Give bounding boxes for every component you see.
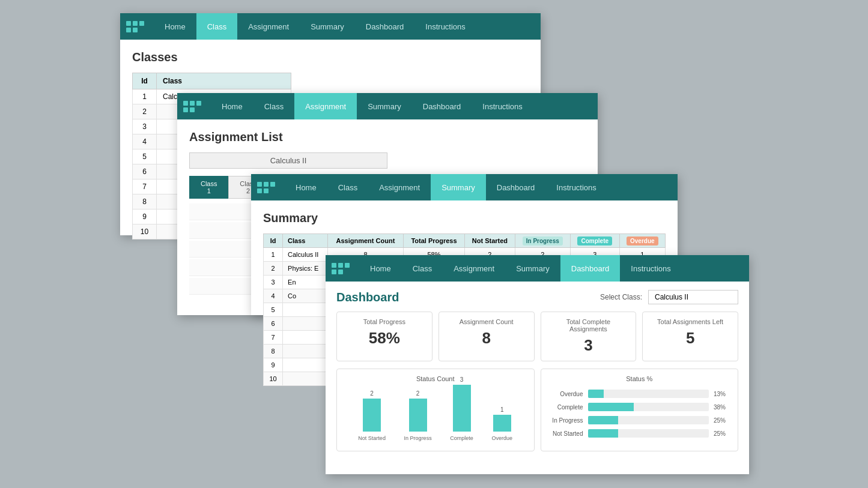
bar-lbl-ns: Not Started	[358, 435, 386, 441]
bar-complete: 3 Complete	[450, 376, 473, 441]
nav-home[interactable]: Home	[154, 13, 196, 40]
col-class: Class	[157, 73, 291, 89]
bar-c	[453, 385, 471, 432]
dashboard-content: Dashboard Select Class: Total Progress 5…	[326, 282, 749, 460]
logo-dot	[139, 21, 144, 26]
horiz-fill-complete	[588, 403, 634, 411]
navbar-summary: Home Class Assignment Summary Dashboard …	[251, 174, 678, 200]
horiz-pct-notstarted: 25%	[714, 430, 732, 437]
bar-lbl-c: Complete	[450, 435, 473, 441]
bar-lbl-od: Overdue	[492, 435, 513, 441]
logo-dot	[270, 182, 275, 187]
bar-ns	[363, 399, 381, 432]
horiz-row-complete: Complete 38%	[547, 403, 732, 411]
logo-dot	[264, 188, 269, 193]
logo-dot	[332, 270, 336, 274]
stat-card-progress: Total Progress 58%	[336, 312, 432, 361]
nav-instructions[interactable]: Instructions	[545, 174, 607, 200]
horiz-chart-title: Status %	[547, 375, 732, 382]
nav-home[interactable]: Home	[285, 174, 327, 200]
logo-dot	[196, 107, 201, 112]
nav-assignment[interactable]: Assignment	[237, 13, 300, 40]
nav-dashboard[interactable]: Dashboard	[412, 93, 472, 119]
logo-dot	[196, 101, 201, 106]
col-progress: Total Progress	[403, 234, 464, 248]
window-dashboard: Home Class Assignment Summary Dashboard …	[326, 255, 749, 474]
bar-od	[493, 415, 511, 432]
nav-home[interactable]: Home	[211, 93, 253, 119]
logo-dot	[338, 270, 343, 274]
select-class-row: Select Class:	[600, 290, 738, 304]
nav-dashboard[interactable]: Dashboard	[560, 255, 621, 282]
nav-summary[interactable]: Summary	[431, 174, 486, 200]
logo-assignment	[183, 101, 201, 112]
horiz-bar-wrap-complete	[588, 403, 709, 411]
nav-instructions[interactable]: Instructions	[414, 13, 476, 40]
logo-summary	[257, 182, 275, 193]
stat-value-count: 8	[445, 329, 528, 348]
nav-class[interactable]: Class	[327, 174, 369, 200]
tab-class1[interactable]: Class 1	[189, 176, 228, 199]
nav-assignment[interactable]: Assignment	[368, 174, 431, 200]
horiz-bar-wrap-notstarted	[588, 429, 709, 438]
horiz-bar-wrap-overdue	[588, 390, 709, 398]
nav-instructions[interactable]: Instructions	[620, 255, 681, 282]
stat-card-complete: Total Complete Assignments 3	[541, 312, 637, 361]
horiz-pct-inprogress: 25%	[714, 417, 732, 424]
nav-dashboard[interactable]: Dashboard	[355, 13, 415, 40]
horiz-pct-overdue: 13%	[714, 391, 732, 397]
logo-dot	[190, 101, 195, 106]
horiz-row-inprogress: In Progress 25%	[547, 416, 732, 424]
logo-dot	[139, 28, 144, 32]
nav-instructions[interactable]: Instructions	[472, 93, 533, 119]
charts-row: Status Count 2 Not Started 2 In Progress…	[336, 369, 738, 451]
logo-class	[126, 21, 144, 32]
navbar-assignment: Home Class Assignment Summary Dashboard …	[177, 93, 598, 119]
class-selector[interactable]: Calculus II	[189, 152, 387, 169]
nav-class[interactable]: Class	[253, 93, 295, 119]
col-id: Id	[264, 234, 283, 248]
logo-dot	[270, 188, 275, 193]
col-in-progress: In Progress	[515, 234, 570, 248]
nav-assignment[interactable]: Assignment	[294, 93, 357, 119]
logo-dot	[345, 270, 350, 274]
logo-dot	[133, 28, 138, 32]
horiz-bar-wrap-inprogress	[588, 416, 709, 424]
logo-dot	[332, 263, 336, 268]
bar-ip	[409, 399, 427, 432]
col-class: Class	[283, 234, 328, 248]
nav-summary[interactable]: Summary	[505, 255, 560, 282]
stat-value-left: 5	[649, 329, 732, 348]
nav-class[interactable]: Class	[402, 255, 443, 282]
stat-label-count: Assignment Count	[445, 318, 528, 325]
horiz-label-overdue: Overdue	[547, 391, 583, 397]
logo-dot	[257, 188, 262, 193]
logo-dot	[183, 107, 188, 112]
logo-dot	[126, 21, 131, 26]
logo-dot	[257, 182, 262, 187]
horiz-chart: Overdue 13% Complete 38% I	[547, 387, 732, 445]
nav-assignment[interactable]: Assignment	[443, 255, 505, 282]
horiz-pct-complete: 38%	[714, 404, 732, 411]
nav-summary[interactable]: Summary	[357, 93, 412, 119]
horiz-fill-notstarted	[588, 429, 618, 438]
bar-chart-title: Status Count	[343, 375, 528, 382]
bar-lbl-ip: In Progress	[404, 435, 432, 441]
bar-val-c: 3	[460, 376, 464, 383]
select-class-label: Select Class:	[600, 293, 642, 301]
nav-dashboard[interactable]: Dashboard	[486, 174, 546, 200]
nav-summary[interactable]: Summary	[300, 13, 355, 40]
bar-val-ip: 2	[416, 390, 420, 397]
navbar-class: Home Class Assignment Summary Dashboard …	[120, 13, 541, 40]
col-count: Assignment Count	[328, 234, 404, 248]
col-overdue: Overdue	[619, 234, 665, 248]
nav-home[interactable]: Home	[359, 255, 402, 282]
select-class-input[interactable]	[648, 290, 738, 304]
nav-class[interactable]: Class	[196, 13, 238, 40]
stat-card-left: Total Assignments Left 5	[642, 312, 738, 361]
navbar-dashboard: Home Class Assignment Summary Dashboard …	[326, 255, 749, 282]
stat-card-count: Assignment Count 8	[439, 312, 535, 361]
bar-overdue: 1 Overdue	[492, 406, 513, 441]
horiz-fill-overdue	[588, 390, 604, 398]
horiz-fill-inprogress	[588, 416, 618, 424]
